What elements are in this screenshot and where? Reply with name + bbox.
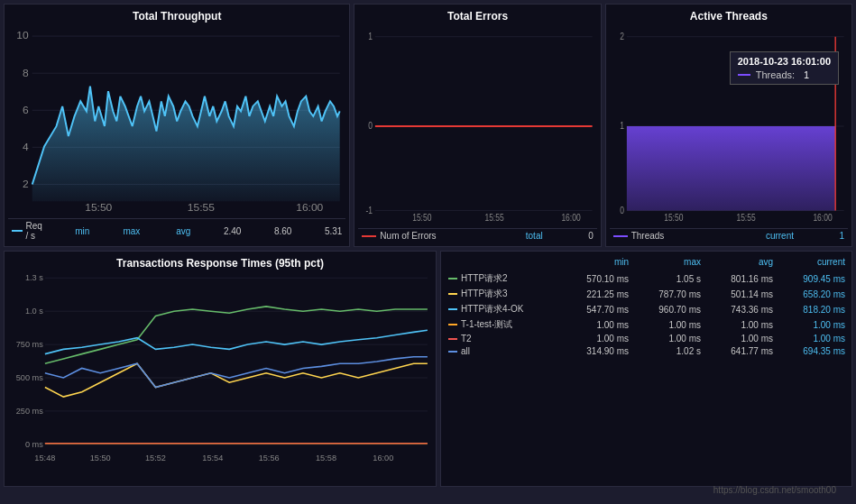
errors-chart-area: 1 0 -1 15:50 15:55 16:00 xyxy=(358,26,596,226)
svg-text:10: 10 xyxy=(16,31,28,41)
throughput-panel: Total Throughput 10 8 6 4 2 xyxy=(4,4,350,247)
legend-row-min-2: 547.70 ms xyxy=(557,305,629,315)
threads-legend: Threads current 1 xyxy=(610,228,848,243)
legend-row-name-3: T-1-test-测试 xyxy=(448,318,557,331)
svg-text:6: 6 xyxy=(23,105,29,115)
svg-text:15:55: 15:55 xyxy=(485,212,504,223)
legend-row-max-3: 1.00 ms xyxy=(629,320,701,330)
legend-rows: HTTP请求2 570.10 ms 1.05 s 801.16 ms 909.4… xyxy=(448,272,844,359)
legend-row-min-3: 1.00 ms xyxy=(557,320,629,330)
legend-row-max-1: 787.70 ms xyxy=(629,289,701,299)
throughput-legend-label: Req / s xyxy=(26,221,47,241)
legend-row-name-1: HTTP请求3 xyxy=(448,288,557,300)
threads-legend-label: Threads xyxy=(631,231,665,241)
watermark: https://blog.csdn.net/smooth00 xyxy=(0,485,843,495)
tooltip-row: Threads: 1 xyxy=(738,69,831,80)
svg-text:0: 0 xyxy=(369,121,373,132)
svg-text:750 ms: 750 ms xyxy=(16,340,43,349)
svg-text:2: 2 xyxy=(620,31,624,41)
errors-total-val: 0 xyxy=(557,231,594,241)
header-current: current xyxy=(773,257,845,267)
legend-row-max-4: 1.00 ms xyxy=(629,334,701,344)
svg-text:16:00: 16:00 xyxy=(373,454,393,463)
legend-row-avg-4: 1.00 ms xyxy=(701,334,773,344)
throughput-legend: Req / s min max avg 2.40 8.60 5.31 xyxy=(8,218,345,243)
response-times-svg: 1.3 s 1.0 s 750 ms 500 ms 250 ms 0 ms xyxy=(8,273,432,482)
errors-title: Total Errors xyxy=(358,8,596,24)
legend-row-label-2: HTTP请求4-OK xyxy=(461,303,523,316)
legend-color-dot-5 xyxy=(448,351,457,353)
top-row: Total Throughput 10 8 6 4 2 xyxy=(4,4,852,247)
svg-text:15:48: 15:48 xyxy=(34,454,55,463)
legend-row-max-5: 1.02 s xyxy=(629,346,701,356)
legend-row-max-0: 1.05 s xyxy=(629,274,701,284)
legend-color-dot-4 xyxy=(448,338,457,340)
legend-row-label-0: HTTP请求2 xyxy=(461,272,508,285)
tooltip-time: 2018-10-23 16:01:00 xyxy=(738,56,831,67)
throughput-avg-val: 5.31 xyxy=(306,226,342,236)
response-times-title: Transactions Response Times (95th pct) xyxy=(8,255,432,271)
throughput-min-header: min xyxy=(53,226,89,236)
legend-row-label-4: T2 xyxy=(461,334,472,344)
errors-panel: Total Errors 1 0 -1 15:50 15:55 16:00 xyxy=(354,4,601,247)
legend-row-1: HTTP请求3 221.25 ms 787.70 ms 501.14 ms 65… xyxy=(448,288,844,300)
svg-text:16:00: 16:00 xyxy=(296,203,323,213)
legend-row-label-5: all xyxy=(461,346,470,356)
svg-text:1: 1 xyxy=(620,121,624,132)
threads-values: current 1 xyxy=(758,231,844,241)
response-legend-panel: min max avg current HTTP请求2 570.10 ms 1.… xyxy=(440,251,852,487)
svg-text:16:00: 16:00 xyxy=(562,212,581,223)
legend-row-min-1: 221.25 ms xyxy=(557,289,629,299)
legend-color-dot-2 xyxy=(448,308,457,310)
svg-text:4: 4 xyxy=(23,142,29,152)
throughput-line-icon xyxy=(12,230,23,232)
throughput-min-val: 2.40 xyxy=(205,226,241,236)
throughput-max-val: 8.60 xyxy=(255,226,291,236)
legend-row-name-5: all xyxy=(448,346,557,356)
svg-marker-30 xyxy=(627,126,835,210)
threads-tooltip: 2018-10-23 16:01:00 Threads: 1 xyxy=(730,51,839,85)
svg-text:15:56: 15:56 xyxy=(259,454,280,463)
response-times-chart-area: 1.3 s 1.0 s 750 ms 500 ms 250 ms 0 ms xyxy=(8,273,432,482)
svg-text:15:50: 15:50 xyxy=(664,212,683,223)
header-min: min xyxy=(557,257,629,267)
svg-text:15:55: 15:55 xyxy=(736,212,755,223)
errors-legend: Num of Errors total 0 xyxy=(358,228,596,243)
legend-row-current-0: 909.45 ms xyxy=(773,274,845,284)
svg-text:15:50: 15:50 xyxy=(413,212,432,223)
legend-row-current-5: 694.35 ms xyxy=(773,346,845,356)
svg-text:15:52: 15:52 xyxy=(145,454,166,463)
legend-row-current-1: 658.20 ms xyxy=(773,289,845,299)
threads-line-icon xyxy=(613,235,628,237)
legend-row-4: T2 1.00 ms 1.00 ms 1.00 ms 1.00 ms xyxy=(448,334,844,344)
legend-row-5: all 314.90 ms 1.02 s 641.77 ms 694.35 ms xyxy=(448,346,844,356)
threads-chart-area: 2018-10-23 16:01:00 Threads: 1 2 1 0 xyxy=(610,26,848,226)
header-name xyxy=(448,257,557,267)
response-legend-header: min max avg current xyxy=(448,257,844,269)
svg-text:2: 2 xyxy=(23,179,29,189)
svg-text:15:58: 15:58 xyxy=(316,454,336,463)
legend-row-3: T-1-test-测试 1.00 ms 1.00 ms 1.00 ms 1.00… xyxy=(448,318,844,331)
svg-text:0 ms: 0 ms xyxy=(25,440,43,449)
legend-row-min-4: 1.00 ms xyxy=(557,334,629,344)
svg-text:1.0 s: 1.0 s xyxy=(25,307,43,316)
tooltip-line-icon xyxy=(738,74,750,76)
legend-row-min-5: 314.90 ms xyxy=(557,346,629,356)
legend-row-name-4: T2 xyxy=(448,334,557,344)
svg-text:15:55: 15:55 xyxy=(188,203,215,213)
bottom-row: Transactions Response Times (95th pct) 1… xyxy=(4,251,852,487)
errors-svg: 1 0 -1 15:50 15:55 16:00 xyxy=(358,26,596,226)
legend-row-0: HTTP请求2 570.10 ms 1.05 s 801.16 ms 909.4… xyxy=(448,272,844,285)
throughput-max-header: max xyxy=(104,226,140,236)
legend-row-min-0: 570.10 ms xyxy=(557,274,629,284)
legend-row-current-2: 818.20 ms xyxy=(773,305,845,315)
tooltip-label: Threads: xyxy=(756,69,795,80)
errors-legend-label: Num of Errors xyxy=(380,231,436,241)
threads-legend-item: Threads xyxy=(613,231,665,241)
legend-row-max-2: 960.70 ms xyxy=(629,305,701,315)
legend-color-dot-1 xyxy=(448,293,457,295)
errors-values: total 0 xyxy=(507,231,594,241)
header-max: max xyxy=(629,257,701,267)
svg-text:15:50: 15:50 xyxy=(90,454,111,463)
svg-text:8: 8 xyxy=(23,68,29,78)
